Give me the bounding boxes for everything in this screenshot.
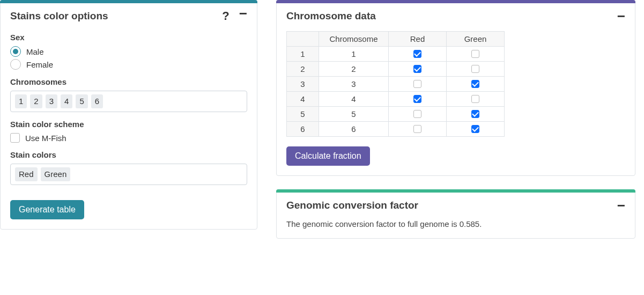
table-cell-stain (389, 92, 447, 107)
collapse-icon[interactable]: − (239, 10, 247, 22)
chromosome-chip[interactable]: 2 (30, 94, 42, 108)
stain-checkbox[interactable] (413, 80, 421, 88)
stain-checkbox[interactable] (471, 80, 479, 88)
collapse-icon[interactable]: − (617, 13, 625, 20)
table-cell-stain (447, 107, 505, 122)
table-cell-rownum: 2 (287, 62, 319, 77)
stain-checkbox[interactable] (471, 110, 479, 118)
sex-label: Sex (10, 33, 247, 42)
stain-checkbox[interactable] (413, 50, 421, 58)
chromosomes-label: Chromosomes (10, 77, 247, 86)
table-cell-stain (447, 62, 505, 77)
radio-male[interactable]: Male (10, 46, 247, 57)
table-cell-rownum: 3 (287, 77, 319, 92)
stain-checkbox[interactable] (471, 50, 479, 58)
table-row: 44 (287, 92, 505, 107)
checkbox-icon (10, 133, 20, 143)
table-cell-rownum: 5 (287, 107, 319, 122)
collapse-icon[interactable]: − (617, 202, 625, 209)
table-header-chrom: Chromosome (319, 32, 389, 47)
table-header-rownum (287, 32, 319, 47)
table-cell-stain (389, 77, 447, 92)
radio-female[interactable]: Female (10, 59, 247, 70)
generate-table-button[interactable]: Generate table (10, 200, 84, 219)
table-cell-stain (447, 92, 505, 107)
genomic-text: The genomic conversion factor to full ge… (286, 219, 482, 228)
table-cell-stain (389, 122, 447, 137)
table-cell-chrom: 5 (319, 107, 389, 122)
chromosome-chip[interactable]: 6 (91, 94, 103, 108)
table-row: 55 (287, 107, 505, 122)
chrom-panel-title: Chromosome data (286, 10, 617, 22)
table-cell-chrom: 6 (319, 122, 389, 137)
radio-male-label: Male (26, 47, 44, 56)
radio-icon (10, 59, 21, 70)
table-cell-stain (447, 47, 505, 62)
table-row: 22 (287, 62, 505, 77)
table-row: 66 (287, 122, 505, 137)
table-header-stain: Red (389, 32, 447, 47)
stain-color-chip[interactable]: Red (15, 167, 38, 181)
stain-checkbox[interactable] (471, 95, 479, 103)
chromosome-chip[interactable]: 5 (76, 94, 87, 108)
table-cell-rownum: 1 (287, 47, 319, 62)
stain-colors-input[interactable]: RedGreen (10, 164, 247, 185)
table-cell-chrom: 1 (319, 47, 389, 62)
table-cell-chrom: 4 (319, 92, 389, 107)
stain-checkbox[interactable] (471, 125, 479, 133)
chromosome-data-card: Chromosome data − Chromosome RedGreen 11… (276, 0, 635, 176)
table-cell-stain (389, 107, 447, 122)
genomic-panel-title: Genomic conversion factor (286, 200, 617, 211)
mfish-checkbox[interactable]: Use M-Fish (10, 133, 247, 143)
chromosome-table: Chromosome RedGreen 112233445566 (286, 31, 505, 137)
table-cell-stain (389, 47, 447, 62)
stain-checkbox[interactable] (471, 65, 479, 73)
table-cell-chrom: 2 (319, 62, 389, 77)
stain-checkbox[interactable] (413, 110, 421, 118)
table-cell-chrom: 3 (319, 77, 389, 92)
chromosome-chip[interactable]: 3 (46, 94, 57, 108)
stain-colors-label: Stain colors (10, 150, 247, 159)
stains-panel-title: Stains color options (10, 10, 222, 22)
stains-options-card: Stains color options ? − Sex Male Female… (0, 0, 257, 230)
stain-checkbox[interactable] (413, 125, 421, 133)
chromosome-chip[interactable]: 1 (15, 94, 27, 108)
table-row: 11 (287, 47, 505, 62)
stain-color-chip[interactable]: Green (41, 167, 71, 181)
table-cell-rownum: 6 (287, 122, 319, 137)
table-header-stain: Green (447, 32, 505, 47)
radio-female-label: Female (26, 60, 53, 69)
stain-checkbox[interactable] (413, 95, 421, 103)
genomic-factor-card: Genomic conversion factor − The genomic … (276, 189, 635, 239)
table-cell-stain (447, 77, 505, 92)
table-row: 33 (287, 77, 505, 92)
table-cell-stain (389, 62, 447, 77)
chromosome-chip[interactable]: 4 (61, 94, 72, 108)
help-icon[interactable]: ? (222, 10, 229, 22)
mfish-label: Use M-Fish (25, 134, 66, 143)
table-cell-stain (447, 122, 505, 137)
table-cell-rownum: 4 (287, 92, 319, 107)
stain-checkbox[interactable] (413, 65, 421, 73)
scheme-label: Stain color scheme (10, 120, 247, 129)
calculate-fraction-button[interactable]: Calculate fraction (286, 146, 370, 166)
radio-icon (10, 46, 21, 57)
chromosomes-input[interactable]: 123456 (10, 91, 247, 112)
